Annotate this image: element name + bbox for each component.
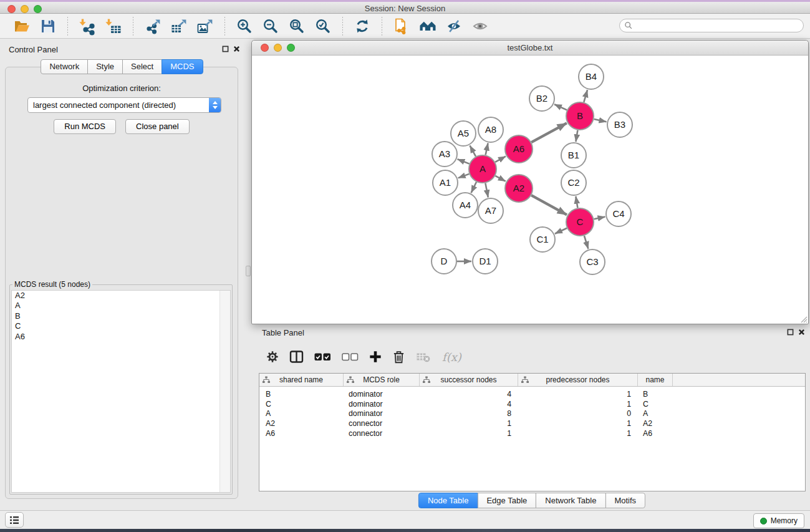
edge-A-A3[interactable] [458, 159, 470, 164]
cell-successor-nodes[interactable]: 4 [420, 390, 518, 399]
mcds-result-item[interactable]: B [12, 311, 230, 321]
tab-network-table[interactable]: Network Table [536, 493, 605, 508]
fx-builder-icon[interactable]: f(x) [442, 351, 461, 364]
column-header-shared-name[interactable]: shared name [259, 374, 344, 386]
cell-predecessor-nodes[interactable]: 1 [518, 390, 638, 399]
mcds-result-item[interactable]: A6 [12, 332, 230, 342]
zoom-fit-button[interactable] [287, 17, 306, 36]
edge-B-B4[interactable] [584, 90, 587, 102]
import-table-button[interactable] [104, 17, 123, 36]
memory-button[interactable]: Memory [753, 513, 804, 528]
node-A6[interactable]: A6 [505, 135, 533, 163]
column-header-predecessor-nodes[interactable]: predecessor nodes [518, 374, 638, 386]
node-B3[interactable]: B3 [607, 112, 632, 137]
cell-mcds-role[interactable]: dominator [344, 390, 420, 399]
edge-A-A1[interactable] [458, 174, 470, 178]
edge-A-A4[interactable] [471, 182, 476, 193]
node-A1[interactable]: A1 [433, 170, 458, 195]
node-D[interactable]: D [432, 249, 456, 274]
node-C3[interactable]: C3 [580, 249, 605, 274]
tab-mcds[interactable]: MCDS [162, 59, 203, 74]
edge-A-A2[interactable] [495, 176, 506, 181]
zoom-out-button[interactable] [261, 17, 280, 36]
node-A5[interactable]: A5 [451, 121, 476, 146]
cybrowser-home-button[interactable] [418, 17, 437, 36]
tab-node-table[interactable]: Node Table [418, 493, 478, 508]
column-header-name[interactable]: name [638, 374, 673, 386]
node-C[interactable]: C [566, 208, 594, 236]
table-row[interactable]: A6connector11A6 [259, 428, 805, 438]
column-view-icon[interactable] [289, 350, 304, 364]
tab-style[interactable]: Style [87, 59, 123, 74]
table-row[interactable]: A2connector11A2 [259, 418, 805, 428]
table-row[interactable]: Adominator80A [259, 409, 805, 418]
cell-successor-nodes[interactable]: 8 [420, 409, 518, 418]
cell-predecessor-nodes[interactable]: 0 [518, 409, 638, 418]
edge-C-C2[interactable] [576, 196, 577, 208]
close-panel-icon[interactable] [233, 46, 240, 52]
cell-shared-name[interactable]: A [259, 409, 344, 418]
search-input[interactable] [633, 20, 803, 31]
node-A2[interactable]: A2 [505, 175, 533, 202]
cell-shared-name[interactable]: C [259, 400, 344, 409]
node-D1[interactable]: D1 [473, 249, 498, 274]
cell-name[interactable]: A [638, 409, 673, 418]
tab-motifs[interactable]: Motifs [605, 493, 645, 508]
cell-predecessor-nodes[interactable]: 1 [518, 419, 638, 428]
edge-C-C4[interactable] [594, 217, 605, 220]
cell-shared-name[interactable]: B [259, 390, 344, 399]
cell-predecessor-nodes[interactable]: 1 [518, 400, 638, 409]
cell-mcds-role[interactable]: dominator [344, 409, 420, 418]
network-canvas[interactable]: AA1A2A3A4A5A6A7A8BB1B2B3B4CC1C2C3C4DD1 [253, 56, 807, 322]
mcds-result-item[interactable]: A [12, 301, 230, 311]
zoom-selected-button[interactable] [314, 17, 332, 36]
close-panel-button[interactable]: Close panel [125, 119, 190, 134]
run-mcds-button[interactable]: Run MCDS [54, 119, 116, 134]
float-panel-icon[interactable] [222, 46, 229, 52]
export-table-button[interactable] [170, 17, 188, 36]
search-field[interactable] [619, 19, 804, 32]
edge-A-A6[interactable] [495, 157, 506, 162]
column-header-successor-nodes[interactable]: successor nodes [420, 374, 518, 386]
edge-C-C3[interactable] [584, 236, 589, 249]
node-B2[interactable]: B2 [529, 86, 554, 111]
node-A7[interactable]: A7 [478, 198, 503, 223]
node-C4[interactable]: C4 [606, 201, 631, 226]
table-row[interactable]: Cdominator41C [259, 399, 805, 409]
node-A3[interactable]: A3 [432, 142, 457, 167]
close-table-panel-icon[interactable] [798, 329, 805, 336]
mcds-result-item[interactable]: C [12, 321, 230, 331]
cell-mcds-role[interactable]: connector [344, 429, 420, 438]
cell-successor-nodes[interactable]: 1 [420, 429, 518, 438]
column-header-mcds-role[interactable]: MCDS role [344, 374, 420, 386]
cell-mcds-role[interactable]: connector [344, 419, 420, 428]
network-window-titlebar[interactable]: testGlobe.txt [252, 41, 808, 56]
select-all-icon[interactable] [314, 352, 331, 362]
cell-name[interactable]: B [638, 390, 673, 399]
hide-panels-button[interactable] [445, 17, 463, 36]
edge-B-B1[interactable] [576, 130, 577, 142]
criterion-dropdown[interactable]: largest connected component (directed) [27, 97, 221, 113]
zoom-in-button[interactable] [235, 17, 254, 36]
cell-predecessor-nodes[interactable]: 1 [518, 429, 638, 438]
float-table-panel-icon[interactable] [787, 329, 794, 336]
open-session-button[interactable] [12, 17, 31, 36]
add-row-icon[interactable] [369, 351, 382, 363]
tab-edge-table[interactable]: Edge Table [477, 493, 536, 508]
cell-name[interactable]: A6 [638, 429, 673, 438]
cell-mcds-role[interactable]: dominator [344, 400, 420, 409]
tab-select[interactable]: Select [122, 59, 162, 74]
edge-A-A7[interactable] [485, 183, 488, 198]
import-network-button[interactable] [78, 17, 97, 36]
mcds-result-item[interactable]: A2 [12, 291, 230, 301]
cell-name[interactable]: C [638, 400, 673, 409]
node-A4[interactable]: A4 [453, 193, 478, 218]
export-network-button[interactable] [143, 17, 162, 36]
show-panels-button[interactable] [5, 512, 24, 528]
scrollbar-track[interactable] [219, 291, 230, 492]
node-B1[interactable]: B1 [561, 143, 586, 168]
edge-A-A5[interactable] [470, 145, 476, 157]
refresh-button[interactable] [353, 17, 372, 36]
edge-C-C1[interactable] [555, 228, 567, 234]
gear-icon[interactable] [266, 351, 279, 363]
